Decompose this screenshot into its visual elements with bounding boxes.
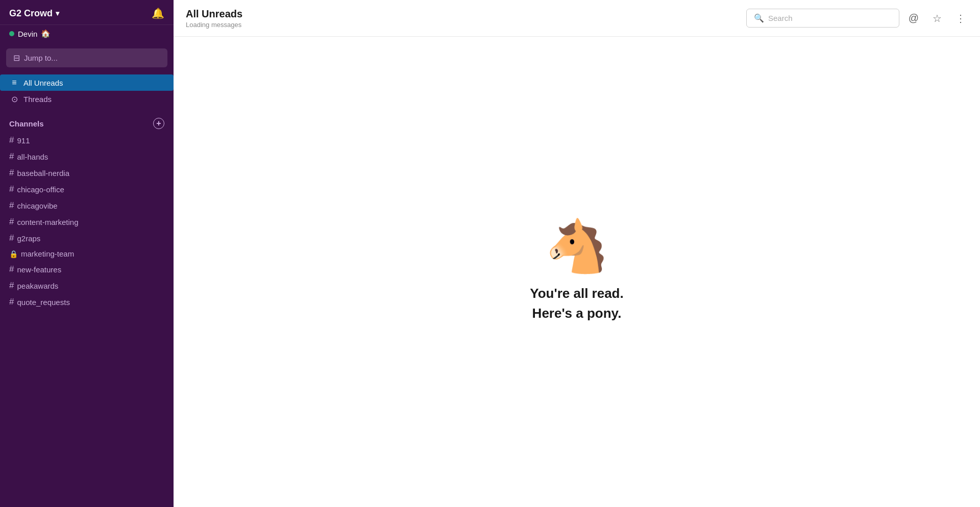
hash-icon: #	[9, 264, 14, 274]
status-dot-icon	[9, 31, 14, 36]
channel-name: 911	[17, 136, 30, 145]
sidebar-header: G2 Crowd ▾ 🔔	[0, 0, 174, 25]
hash-icon: #	[9, 297, 14, 307]
notification-bell-icon[interactable]: 🔔	[152, 7, 164, 19]
channel-item-baseball-nerdia[interactable]: # baseball-nerdia	[0, 165, 174, 181]
channel-item-g2raps[interactable]: # g2raps	[0, 230, 174, 246]
hash-icon: #	[9, 217, 14, 227]
channel-item-chicago-office[interactable]: # chicago-office	[0, 181, 174, 197]
user-status: Devin 🏠	[0, 25, 174, 44]
at-mentions-button[interactable]: @	[904, 9, 923, 28]
channel-item-marketing-team[interactable]: 🔒 marketing-team	[0, 246, 174, 261]
main-header: All Unreads Loading messages 🔍 Search @ …	[174, 0, 980, 37]
workspace-chevron-icon: ▾	[56, 9, 59, 17]
channels-section: Channels + # 911 # all-hands # baseball-…	[0, 110, 174, 507]
channel-name: content-marketing	[17, 218, 78, 226]
starred-items-button[interactable]: ☆	[928, 9, 946, 28]
header-left: All Unreads Loading messages	[186, 8, 242, 29]
jump-to-label: Jump to...	[24, 54, 58, 62]
channel-item-911[interactable]: # 911	[0, 132, 174, 148]
channel-name: chicagovibe	[17, 201, 57, 210]
lock-icon: 🔒	[9, 250, 18, 258]
channels-label: Channels	[9, 119, 44, 128]
jump-to-icon: ⊟	[13, 53, 20, 63]
channel-item-all-hands[interactable]: # all-hands	[0, 148, 174, 165]
hash-icon: #	[9, 184, 14, 194]
channel-name: all-hands	[17, 153, 48, 161]
main-content: All Unreads Loading messages 🔍 Search @ …	[174, 0, 980, 507]
search-icon: 🔍	[754, 13, 764, 23]
hash-icon: #	[9, 168, 14, 178]
workspace-name-label: G2 Crowd	[9, 8, 53, 19]
more-options-button[interactable]: ⋮	[951, 9, 970, 28]
threads-icon: ⊙	[9, 94, 19, 104]
user-emoji-icon: 🏠	[41, 29, 51, 38]
page-subtitle: Loading messages	[186, 21, 242, 29]
threads-label: Threads	[23, 95, 52, 104]
hash-icon: #	[9, 135, 14, 145]
all-unreads-icon: ≡	[9, 78, 19, 87]
channel-name: baseball-nerdia	[17, 169, 69, 178]
hash-icon: #	[9, 233, 14, 243]
channel-item-content-marketing[interactable]: # content-marketing	[0, 214, 174, 230]
search-box[interactable]: 🔍 Search	[746, 9, 899, 28]
header-right: 🔍 Search @ ☆ ⋮	[746, 9, 970, 28]
nav-section: ≡ All Unreads ⊙ Threads	[0, 74, 174, 110]
search-input[interactable]: Search	[768, 14, 793, 22]
channel-name: quote_requests	[17, 298, 69, 307]
add-channel-button[interactable]: +	[153, 118, 164, 129]
channel-name: chicago-office	[17, 185, 64, 194]
all-read-line1: You're all read.	[530, 284, 623, 303]
channel-name: new-features	[17, 265, 61, 274]
main-body: 🐴 You're all read. Here's a pony.	[174, 37, 980, 507]
channel-item-peakawards[interactable]: # peakawards	[0, 277, 174, 294]
channels-header: Channels +	[0, 116, 174, 132]
channel-item-new-features[interactable]: # new-features	[0, 261, 174, 277]
hash-icon: #	[9, 200, 14, 211]
sidebar: G2 Crowd ▾ 🔔 Devin 🏠 ⊟ Jump to... ≡ All …	[0, 0, 174, 507]
jump-to-button[interactable]: ⊟ Jump to...	[6, 48, 167, 67]
page-title: All Unreads	[186, 8, 242, 20]
channel-name: peakawards	[17, 282, 58, 290]
pony-emoji-icon: 🐴	[545, 220, 609, 271]
sidebar-item-threads[interactable]: ⊙ Threads	[0, 91, 174, 108]
sidebar-item-all-unreads[interactable]: ≡ All Unreads	[0, 74, 174, 91]
hash-icon: #	[9, 151, 14, 162]
all-read-message: You're all read. Here's a pony.	[530, 284, 623, 323]
channel-item-chicagovibe[interactable]: # chicagovibe	[0, 197, 174, 214]
channel-item-quote-requests[interactable]: # quote_requests	[0, 294, 174, 310]
username-label: Devin	[18, 30, 37, 38]
all-unreads-label: All Unreads	[23, 79, 63, 87]
all-read-line2: Here's a pony.	[530, 303, 623, 323]
channel-name: g2raps	[17, 234, 40, 243]
channel-name: marketing-team	[21, 249, 74, 258]
hash-icon: #	[9, 281, 14, 291]
workspace-name[interactable]: G2 Crowd ▾	[9, 8, 59, 19]
